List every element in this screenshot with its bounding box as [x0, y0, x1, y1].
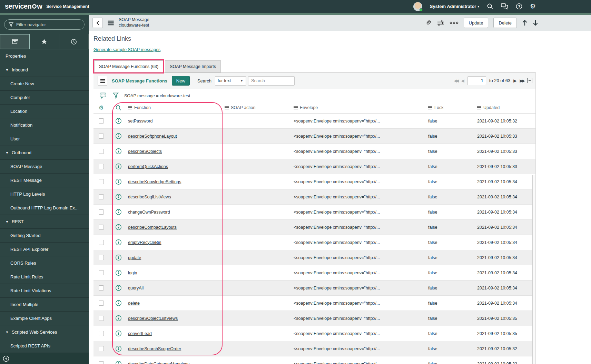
row-info-icon[interactable]: [109, 178, 128, 185]
page-number-input[interactable]: [467, 76, 486, 85]
list-search-input[interactable]: [248, 76, 295, 86]
row-checkbox[interactable]: [99, 149, 104, 154]
column-header-lock[interactable]: Lock: [428, 105, 477, 110]
tab-soap-message-functions[interactable]: SOAP Message Functions (63): [94, 60, 163, 72]
collapse-sidebar-icon[interactable]: [3, 355, 9, 362]
tab-favorites[interactable]: [30, 34, 59, 49]
sidebar-item-rate-limit-violations[interactable]: Rate Limit Violations: [0, 284, 89, 298]
row-checkbox[interactable]: [99, 346, 104, 351]
row-info-icon[interactable]: [109, 194, 128, 200]
personalize-list-gear-icon[interactable]: ⚙: [93, 104, 109, 111]
column-header-soap-action[interactable]: SOAP action: [225, 105, 294, 110]
list-filter-breadcrumb[interactable]: SOAP message = cloudaware-test: [124, 94, 190, 98]
sidebar-item-create-new[interactable]: Create New: [0, 77, 89, 91]
next-record-down-arrow-icon[interactable]: [533, 20, 538, 26]
function-link[interactable]: setPassword: [128, 119, 153, 124]
function-link[interactable]: queryAll: [128, 286, 144, 291]
sidebar-item-user[interactable]: User: [0, 132, 89, 146]
search-type-select[interactable]: for text ▼: [215, 76, 246, 86]
sidebar-item-http-log-levels[interactable]: HTTP Log Levels: [0, 187, 89, 201]
next-page-icon[interactable]: ▶: [513, 78, 516, 83]
sidebar-item-soap-message[interactable]: SOAP Message: [0, 160, 89, 174]
tab-soap-message-imports[interactable]: SOAP Message Imports: [165, 60, 221, 72]
row-checkbox[interactable]: [99, 255, 104, 260]
last-page-icon[interactable]: ▶▶: [520, 78, 524, 83]
function-link[interactable]: convertLead: [128, 331, 152, 336]
function-link[interactable]: changeOwnPassword: [128, 210, 170, 215]
row-checkbox[interactable]: [99, 209, 104, 215]
sidebar-item-location[interactable]: Location: [0, 105, 89, 118]
connect-chat-icon[interactable]: [501, 3, 508, 10]
personalize-form-sliders-icon[interactable]: [437, 20, 444, 26]
sidebar-item-rate-limit-rules[interactable]: Rate Limit Rules: [0, 270, 89, 284]
row-info-icon[interactable]: [109, 300, 128, 306]
function-link[interactable]: emptyRecycleBin: [128, 240, 161, 245]
column-header-function[interactable]: Function: [128, 105, 225, 110]
row-checkbox[interactable]: [99, 164, 104, 169]
row-info-icon[interactable]: [109, 163, 128, 170]
row-checkbox[interactable]: [99, 134, 104, 139]
gear-icon[interactable]: ⚙: [530, 2, 536, 10]
filter-navigator[interactable]: [4, 19, 85, 30]
user-avatar[interactable]: [413, 2, 422, 11]
row-info-icon[interactable]: [109, 315, 128, 322]
row-checkbox[interactable]: [99, 316, 104, 321]
function-link[interactable]: delete: [128, 301, 140, 306]
collapse-list-icon[interactable]: [527, 78, 532, 83]
list-comments-icon[interactable]: [100, 92, 107, 99]
row-checkbox[interactable]: [99, 331, 104, 336]
row-info-icon[interactable]: [109, 209, 128, 215]
function-link[interactable]: describeSObjectListViews: [128, 316, 178, 321]
row-info-icon[interactable]: [109, 148, 128, 155]
row-checkbox[interactable]: [99, 225, 104, 230]
row-info-icon[interactable]: [109, 239, 128, 246]
function-link[interactable]: describeSearchScopeOrder: [128, 346, 181, 351]
function-link[interactable]: login: [128, 270, 137, 275]
sidebar-item-scripted-rest-apis[interactable]: Scripted REST APIs: [0, 339, 89, 353]
row-info-icon[interactable]: [109, 285, 128, 291]
previous-page-icon[interactable]: ◀: [461, 78, 464, 83]
new-button[interactable]: New: [172, 76, 190, 86]
sidebar-item-rest-api-explorer[interactable]: REST API Explorer: [0, 243, 89, 256]
sidebar-item-properties[interactable]: Properties: [0, 49, 89, 63]
list-filter-funnel-icon[interactable]: [113, 92, 119, 99]
row-info-icon[interactable]: [109, 330, 128, 337]
global-search-icon[interactable]: [487, 3, 493, 10]
column-header-envelope[interactable]: Envelope: [294, 105, 428, 110]
row-checkbox[interactable]: [99, 118, 104, 124]
function-link[interactable]: update: [128, 255, 141, 260]
function-link[interactable]: describeKnowledgeSettings: [128, 179, 181, 184]
attachment-paperclip-icon[interactable]: [425, 19, 432, 26]
row-checkbox[interactable]: [99, 285, 104, 291]
sidebar-item-rest-message[interactable]: REST Message: [0, 174, 89, 187]
row-info-icon[interactable]: [109, 254, 128, 261]
row-info-icon[interactable]: [109, 361, 128, 364]
sidebar-item-rest[interactable]: ▼ REST: [0, 215, 89, 229]
function-link[interactable]: describeCompactLayouts: [128, 225, 177, 230]
previous-record-up-arrow-icon[interactable]: [522, 20, 528, 26]
tab-all-applications[interactable]: [0, 34, 30, 49]
column-header-updated[interactable]: Updated: [477, 105, 535, 110]
more-options-icon[interactable]: [450, 21, 459, 24]
form-context-menu-icon[interactable]: [107, 20, 114, 26]
sidebar-item-outbound-http-log-domain-ex[interactable]: Outbound HTTP Log Domain Ex...: [0, 201, 89, 215]
list-scrollbar[interactable]: [532, 175, 535, 364]
sidebar-item-getting-started[interactable]: Getting Started: [0, 229, 89, 243]
row-checkbox[interactable]: [99, 194, 104, 199]
sidebar-item-insert-multiple[interactable]: Insert Multiple: [0, 298, 89, 312]
sidebar-item-cors-rules[interactable]: CORS Rules: [0, 256, 89, 270]
row-checkbox[interactable]: [99, 301, 104, 306]
help-icon[interactable]: ?: [516, 3, 522, 10]
sidebar-item-example-client-apps[interactable]: Example Client Apps: [0, 312, 89, 325]
list-context-menu-icon[interactable]: [98, 76, 107, 86]
sidebar-item-notification[interactable]: Notification: [0, 118, 89, 132]
function-link[interactable]: describeDataCategoryMappings: [128, 362, 190, 364]
row-info-icon[interactable]: [109, 224, 128, 230]
row-info-icon[interactable]: [109, 133, 128, 139]
function-link[interactable]: describeSoqlListViews: [128, 195, 171, 199]
row-checkbox[interactable]: [99, 179, 104, 184]
function-link[interactable]: performQuickActions: [128, 164, 168, 169]
sidebar-item-inbound[interactable]: ▼ Inbound: [0, 63, 89, 77]
function-link[interactable]: describeSoftphoneLayout: [128, 134, 177, 139]
column-search-icon[interactable]: [109, 105, 128, 111]
